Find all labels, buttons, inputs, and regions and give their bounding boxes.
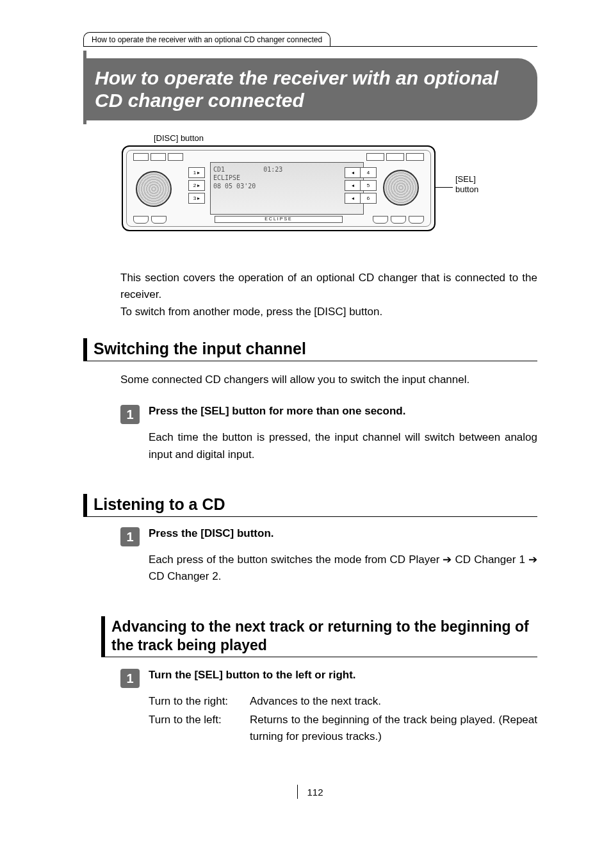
device-button (168, 153, 183, 161)
preset-button: 5 (360, 180, 377, 191)
turn-right-label: Turn to the right: (149, 693, 250, 710)
page-title-banner: How to operate the receiver with an opti… (83, 58, 537, 120)
preset-button: 3 ▸ (188, 193, 205, 204)
device-button (133, 216, 149, 224)
step-row: 1 Press the [DISC] button. Each press of… (120, 527, 537, 585)
section-heading-switching: Switching the input channel (83, 338, 537, 361)
breadcrumb-tab: How to operate the receiver with an opti… (83, 32, 330, 47)
step-row: 1 Turn the [SEL] button to the left or r… (120, 669, 537, 746)
step-description: Each press of the button switches the mo… (149, 552, 537, 585)
preset-button: ◂ (345, 193, 361, 204)
device-button (391, 216, 406, 224)
volume-knob-icon (136, 171, 172, 207)
preset-button: ◂ (345, 180, 361, 191)
turn-directions-table: Turn to the right: Advances to the next … (149, 693, 537, 745)
step-instruction: Press the [DISC] button. (149, 527, 537, 540)
preset-button: 1 ▸ (188, 167, 205, 178)
turn-right-value: Advances to the next track. (250, 693, 537, 710)
step-instruction: Turn the [SEL] button to the left or rig… (149, 669, 537, 682)
preset-button: ◂ (345, 167, 361, 178)
sel-knob-icon (383, 170, 419, 206)
preset-button: 2 ▸ (188, 180, 205, 191)
turn-left-value: Returns to the beginning of the track be… (250, 712, 537, 746)
step-instruction: Press the [SEL] button for more than one… (149, 405, 537, 418)
section-heading-listening: Listening to a CD (83, 494, 537, 517)
device-button (373, 216, 388, 224)
page-number: 112 (83, 785, 537, 799)
device-figure: [DISC] button 1 ▸ 2 ▸ 3 ▸ (122, 133, 537, 231)
device-button (409, 216, 424, 224)
callout-disc-button: [DISC] button (154, 133, 537, 143)
step-number-badge: 1 (120, 669, 140, 688)
section-heading-advancing: Advancing to the next track or returning… (101, 616, 537, 658)
device-button (366, 153, 384, 161)
preset-button: 6 (360, 193, 377, 204)
receiver-illustration: 1 ▸ 2 ▸ 3 ▸ CD1 01:23 ECLIPSE 08 05 03'2… (122, 145, 436, 231)
device-button (151, 216, 167, 224)
device-button (133, 153, 149, 161)
turn-left-label: Turn to the left: (149, 712, 250, 746)
lcd-display: CD1 01:23 ECLIPSE 08 05 03'20 (210, 162, 364, 215)
step-number-badge: 1 (120, 527, 140, 546)
intro-text: This section covers the operation of an … (120, 270, 537, 320)
callout-leader-line (435, 187, 453, 188)
step-number-badge: 1 (120, 405, 140, 424)
section1-body: Some connected CD changers will allow yo… (120, 372, 537, 388)
step-row: 1 Press the [SEL] button for more than o… (120, 405, 537, 463)
preset-button: 4 (360, 167, 377, 178)
brand-label: ECLIPSE (215, 216, 343, 223)
device-button (406, 153, 424, 161)
device-button (151, 153, 166, 161)
page-title: How to operate the receiver with an opti… (95, 67, 522, 111)
device-button (386, 153, 404, 161)
callout-sel-button: [SEL]button (455, 174, 478, 194)
step-description: Each time the button is pressed, the inp… (149, 429, 537, 463)
